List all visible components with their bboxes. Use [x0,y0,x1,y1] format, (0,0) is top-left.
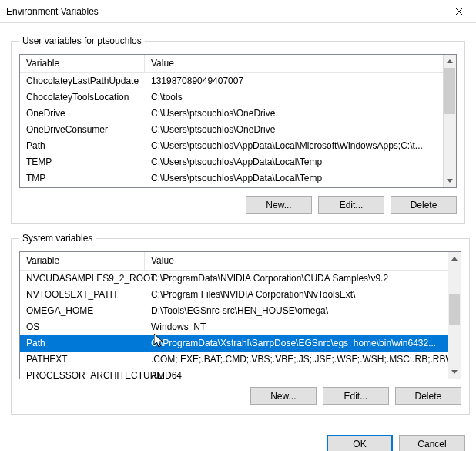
cancel-button[interactable]: Cancel [399,435,465,451]
table-row[interactable]: PATHEXT.COM;.EXE;.BAT;.CMD;.VBS;.VBE;.JS… [20,352,461,368]
scroll-track[interactable] [448,265,461,365]
variable-value: C:\ProgramData\NVIDIA Corporation\CUDA S… [145,271,461,287]
user-variables-group: User variables for ptsouchlos Variable V… [11,35,465,224]
table-row[interactable]: PathC:\ProgramData\Xstrahl\SarrpDose\EGS… [20,335,461,352]
system-edit-button[interactable]: Edit... [323,387,389,405]
ok-button[interactable]: OK [327,435,393,451]
system-button-row: New... Edit... Delete [19,387,461,405]
variable-value: C:\Program Files\NVIDIA Corporation\NvTo… [145,287,461,303]
user-variables-legend: User variables for ptsouchlos [19,35,145,46]
column-header-variable[interactable]: Variable [20,252,145,270]
variable-value: C:\Users\ptsouchlos\OneDrive [145,106,456,122]
variable-name: Path [20,138,145,154]
table-row[interactable]: OMEGA_HOMED:\Tools\EGSnrc-src\HEN_HOUSE\… [20,303,461,319]
scroll-down-icon[interactable] [448,365,461,379]
table-row[interactable]: ChocolateyLastPathUpdate1319870890494070… [20,73,456,89]
variable-value: 131987089049407007 [145,73,456,89]
system-variables-legend: System variables [19,233,96,244]
variable-value: D:\Tools\EGSnrc-src\HEN_HOUSE\omega\ [145,303,461,319]
variable-name: NVCUDASAMPLES9_2_ROOT [20,271,145,287]
user-button-row: New... Edit... Delete [19,196,457,214]
table-row[interactable]: PROCESSOR_ARCHITECTUREAMD64 [20,368,461,379]
scroll-up-icon[interactable] [444,55,456,68]
variable-name: OS [20,319,145,335]
variable-value: C:\Users\ptsouchlos\AppData\Local\Temp [145,154,456,170]
variable-name: TMP [20,170,145,187]
variable-value: C:\Users\ptsouchlos\AppData\Local\Temp [145,170,456,187]
variable-name: OneDrive [20,106,145,122]
variable-value: AMD64 [145,368,461,379]
system-delete-button[interactable]: Delete [395,387,461,405]
table-row[interactable]: TMPC:\Users\ptsouchlos\AppData\Local\Tem… [20,170,456,187]
variable-value: C:\Users\ptsouchlos\OneDrive [145,122,456,138]
column-header-value[interactable]: Value [145,55,456,72]
close-button[interactable] [441,0,476,23]
table-row[interactable]: ChocolateyToolsLocationC:\tools [20,89,456,106]
variable-value: C:\ProgramData\Xstrahl\SarrpDose\EGSnrc\… [145,335,461,352]
variable-value: Windows_NT [145,319,461,335]
window-title: Environment Variables [6,6,441,17]
system-variables-list[interactable]: Variable Value NVCUDASAMPLES9_2_ROOTC:\P… [19,251,461,379]
table-row[interactable]: NVTOOLSEXT_PATHC:\Program Files\NVIDIA C… [20,287,461,303]
variable-name: PROCESSOR_ARCHITECTURE [20,368,145,379]
variable-name: NVTOOLSEXT_PATH [20,287,145,303]
user-rows: ChocolateyLastPathUpdate1319870890494070… [20,73,456,187]
system-list-header[interactable]: Variable Value [20,252,461,271]
scroll-up-icon[interactable] [448,252,461,265]
scroll-thumb[interactable] [449,294,460,325]
variable-name: PATHEXT [20,352,145,368]
table-row[interactable]: PathC:\Users\ptsouchlos\AppData\Local\Mi… [20,138,456,154]
user-variables-list[interactable]: Variable Value ChocolateyLastPathUpdate1… [19,54,457,188]
table-row[interactable]: NVCUDASAMPLES9_2_ROOTC:\ProgramData\NVID… [20,271,461,287]
variable-value: C:\tools [145,89,456,106]
user-scrollbar[interactable] [443,55,456,187]
variable-name: OneDriveConsumer [20,122,145,138]
column-header-variable[interactable]: Variable [20,55,145,72]
variable-name: ChocolateyToolsLocation [20,89,145,106]
dialog-button-row: OK Cancel [0,435,476,451]
table-row[interactable]: OneDriveC:\Users\ptsouchlos\OneDrive [20,106,456,122]
scroll-thumb[interactable] [444,68,455,114]
variable-name: OMEGA_HOME [20,303,145,319]
system-new-button[interactable]: New... [250,387,317,405]
scroll-down-icon[interactable] [444,174,456,187]
column-header-value[interactable]: Value [145,252,461,270]
scroll-track[interactable] [444,68,456,174]
user-list-header[interactable]: Variable Value [20,55,456,73]
variable-name: TEMP [20,154,145,170]
close-icon [455,8,463,15]
dialog-content: User variables for ptsouchlos Variable V… [0,23,476,435]
table-row[interactable]: TEMPC:\Users\ptsouchlos\AppData\Local\Te… [20,154,456,170]
variable-value: C:\Users\ptsouchlos\AppData\Local\Micros… [145,138,456,154]
system-rows: NVCUDASAMPLES9_2_ROOTC:\ProgramData\NVID… [20,271,461,379]
user-new-button[interactable]: New... [246,196,312,214]
titlebar: Environment Variables [0,0,476,23]
user-delete-button[interactable]: Delete [391,196,457,214]
user-edit-button[interactable]: Edit... [318,196,384,214]
variable-name: Path [20,335,145,352]
system-variables-group: System variables Variable Value NVCUDASA… [11,233,470,415]
variable-name: ChocolateyLastPathUpdate [20,73,145,89]
table-row[interactable]: OneDriveConsumerC:\Users\ptsouchlos\OneD… [20,122,456,138]
system-scrollbar[interactable] [448,252,461,379]
table-row[interactable]: OSWindows_NT [20,319,461,335]
variable-value: .COM;.EXE;.BAT;.CMD;.VBS;.VBE;.JS;.JSE;.… [145,352,461,368]
